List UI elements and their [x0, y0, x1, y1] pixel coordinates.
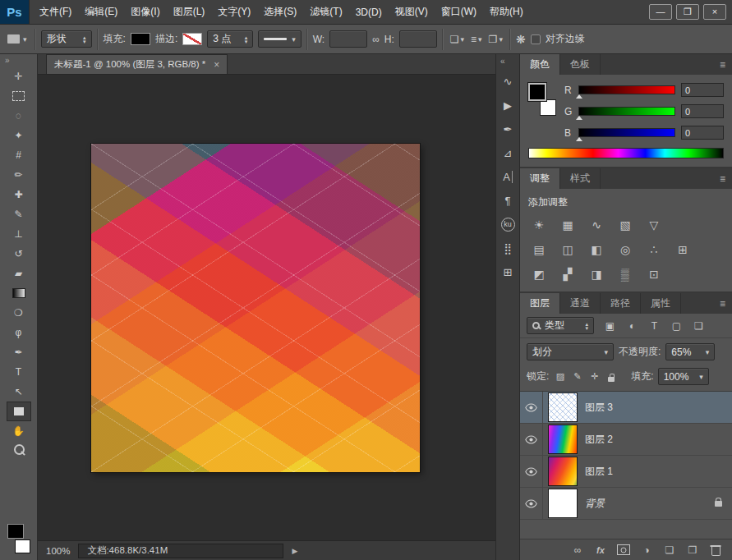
- dodge-tool[interactable]: φ: [7, 323, 31, 342]
- layer-thumbnail[interactable]: [548, 489, 578, 518]
- black-white-adjustment-icon[interactable]: ◧: [584, 239, 609, 260]
- quick-selection-tool[interactable]: ✦: [7, 126, 31, 145]
- align-edges-checkbox[interactable]: [531, 34, 541, 44]
- foreground-color-swatch[interactable]: [528, 83, 546, 101]
- layer-name[interactable]: 背景: [585, 497, 715, 511]
- info-panel-icon[interactable]: ✒: [498, 118, 518, 140]
- path-operations-icon[interactable]: ❏ ▾: [449, 32, 466, 47]
- posterize-adjustment-icon[interactable]: ▞: [555, 264, 580, 285]
- shape-width-input[interactable]: [329, 30, 367, 48]
- move-tool[interactable]: ✛: [7, 67, 31, 86]
- hand-tool[interactable]: ✋: [7, 421, 31, 441]
- menu-item[interactable]: 图层(L): [167, 0, 212, 24]
- lasso-tool[interactable]: ◌: [7, 106, 31, 126]
- pixel-layer-filter-icon[interactable]: ▣: [601, 318, 619, 334]
- layer-thumbnail[interactable]: [548, 392, 578, 422]
- lock-transparency-icon[interactable]: ▨: [553, 370, 567, 383]
- layer-row[interactable]: 背景: [520, 488, 732, 520]
- menu-item[interactable]: 视图(V): [389, 0, 435, 24]
- layer-style-icon[interactable]: fx: [594, 543, 607, 558]
- kuler-panel-icon[interactable]: ku: [498, 213, 518, 235]
- hue-saturation-adjustment-icon[interactable]: ▤: [527, 239, 551, 260]
- eyedropper-tool[interactable]: ✏: [7, 165, 31, 185]
- measurement-log-panel-icon[interactable]: ⊿: [498, 142, 518, 163]
- lock-all-icon[interactable]: [605, 370, 619, 383]
- stroke-color-swatch[interactable]: [182, 33, 202, 45]
- color-lookup-adjustment-icon[interactable]: ⊞: [670, 239, 695, 260]
- lock-position-icon[interactable]: ✛: [587, 370, 601, 383]
- panel-tab[interactable]: 图层: [520, 293, 560, 314]
- paragraph-styles-panel-icon[interactable]: ⊞: [498, 261, 518, 282]
- vibrance-adjustment-icon[interactable]: ▽: [642, 214, 666, 236]
- channel-value-field[interactable]: 0: [681, 83, 724, 97]
- layer-mask-icon[interactable]: [617, 543, 630, 558]
- new-adjustment-layer-icon[interactable]: ◑: [640, 543, 653, 558]
- minimize-button[interactable]: —: [649, 4, 672, 20]
- type-layer-filter-icon[interactable]: T: [645, 318, 664, 334]
- new-layer-icon[interactable]: ❐: [686, 543, 699, 558]
- menu-item[interactable]: 编辑(E): [78, 0, 124, 24]
- channel-slider[interactable]: [578, 85, 675, 94]
- path-arrange-icon[interactable]: ❐ ▾: [487, 32, 504, 47]
- slider-handle-icon[interactable]: [576, 94, 582, 99]
- opacity-select[interactable]: 65% ▾: [665, 343, 715, 360]
- eraser-tool[interactable]: ▰: [7, 264, 31, 283]
- brightness-contrast-adjustment-icon[interactable]: ☀: [527, 214, 551, 236]
- channel-mixer-adjustment-icon[interactable]: ∴: [642, 239, 666, 260]
- lock-paint-icon[interactable]: ✎: [570, 370, 584, 383]
- layer-name[interactable]: 图层 1: [585, 465, 732, 479]
- status-menu-arrow-icon[interactable]: ▶: [292, 547, 297, 555]
- fill-color-swatch[interactable]: [131, 33, 150, 45]
- character-panel-icon[interactable]: A: [498, 166, 518, 187]
- close-button[interactable]: ×: [703, 4, 726, 20]
- paragraph-panel-icon[interactable]: ¶: [498, 190, 518, 211]
- slider-handle-icon[interactable]: [576, 137, 582, 141]
- healing-brush-tool[interactable]: ✚: [7, 185, 31, 204]
- history-brush-tool[interactable]: ↺: [7, 244, 31, 264]
- shape-layer-filter-icon[interactable]: ▢: [667, 318, 686, 334]
- toolbar-collapse-button[interactable]: »: [0, 56, 37, 67]
- channel-value-field[interactable]: 0: [681, 104, 724, 118]
- menu-item[interactable]: 选择(S): [257, 0, 303, 24]
- type-tool[interactable]: T: [7, 362, 31, 382]
- zoom-level[interactable]: 100%: [46, 546, 70, 556]
- layer-name[interactable]: 图层 3: [585, 401, 732, 415]
- canvas-area[interactable]: [38, 75, 495, 540]
- menu-item[interactable]: 3D(D): [349, 0, 389, 24]
- stroke-width-select[interactable]: 3 点 ▴▾: [207, 30, 253, 48]
- adjustment-layer-filter-icon[interactable]: ◐: [623, 318, 642, 334]
- background-color-swatch[interactable]: [15, 539, 30, 553]
- character-styles-panel-icon[interactable]: ⣿: [498, 237, 518, 259]
- gear-icon[interactable]: ❋: [516, 33, 526, 46]
- slider-handle-icon[interactable]: [576, 116, 582, 120]
- background-color-swatch[interactable]: [540, 99, 556, 116]
- shape-height-input[interactable]: [399, 30, 437, 48]
- menu-item[interactable]: 文字(Y): [211, 0, 257, 24]
- layer-visibility-toggle[interactable]: [520, 488, 543, 519]
- rectangle-tool[interactable]: [7, 402, 31, 421]
- threshold-adjustment-icon[interactable]: ◨: [584, 264, 609, 285]
- layer-row[interactable]: 图层 1: [520, 456, 732, 488]
- layer-filter-select[interactable]: 类型 ▴▾: [527, 317, 594, 334]
- selective-color-adjustment-icon[interactable]: ⊡: [642, 264, 666, 285]
- crop-tool[interactable]: #: [7, 145, 31, 165]
- panel-tab[interactable]: 路径: [601, 293, 641, 314]
- panel-tab[interactable]: 属性: [641, 293, 681, 314]
- fill-select[interactable]: 100% ▾: [658, 368, 709, 385]
- new-group-icon[interactable]: ❏: [663, 543, 676, 558]
- layer-visibility-toggle[interactable]: [520, 392, 543, 423]
- smart-object-filter-icon[interactable]: ❏: [689, 318, 708, 334]
- color-spectrum-ramp[interactable]: [528, 148, 724, 158]
- menu-item[interactable]: 窗口(W): [435, 0, 483, 24]
- gradient-tool[interactable]: [7, 283, 31, 303]
- history-panel-icon[interactable]: ∿: [498, 71, 518, 92]
- panel-menu-icon[interactable]: ≡: [720, 168, 732, 189]
- panel-tab[interactable]: 样式: [560, 168, 601, 189]
- layer-thumbnail[interactable]: [548, 457, 578, 486]
- clone-stamp-tool[interactable]: ⊥: [7, 224, 31, 244]
- brush-tool[interactable]: ✎: [7, 204, 31, 224]
- menu-item[interactable]: 文件(F): [33, 0, 78, 24]
- zoom-tool[interactable]: [7, 441, 31, 461]
- layer-thumbnail[interactable]: [548, 425, 578, 454]
- document-canvas[interactable]: [91, 144, 420, 472]
